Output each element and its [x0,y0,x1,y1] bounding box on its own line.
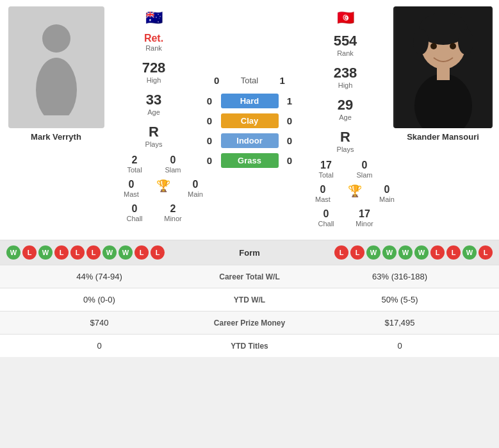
left-player-stats: 🇦🇺 Ret. Rank 728 High 33 Age R Plays 2 [112,6,195,233]
table-row: 0YTD Titles0 [0,334,499,357]
stats-right-value: 63% (316-188) [300,272,499,281]
form-badge-right: L [334,245,348,260]
svg-point-1 [36,58,77,115]
left-minor-cell: 2 Minor [157,203,189,222]
form-badge-right: W [366,245,380,260]
right-player-stats: 🇹🇳 554 Rank 238 High 29 Age R Plays 17 [304,6,387,233]
left-age-label: Age [146,108,161,116]
right-rank-block: 554 Rank [334,33,357,57]
right-plays-label: Plays [337,145,354,153]
stats-left-value: 0 [0,341,199,351]
right-total-label: Total [310,171,342,179]
stats-center-label: Career Prize Money [199,319,300,328]
hard-right: 1 [279,95,301,106]
form-badge-left: W [102,245,117,260]
form-badge-left: L [70,245,85,260]
right-mast-label: Mast [307,195,339,203]
form-badge-right: W [382,245,397,260]
clay-row: 0 Clay 0 [195,113,304,128]
form-badge-right: W [398,245,413,260]
left-chall-minor-row: 0 Chall 2 Minor [115,203,192,222]
right-age-value: 29 [338,97,353,113]
left-plays-label: Plays [145,140,163,148]
right-trophy-cell: 🏆 [339,184,371,203]
right-minor-value: 17 [348,208,380,220]
left-player-name: Mark Verryth [31,132,81,142]
indoor-badge: Indoor [221,133,279,148]
table-row: 0% (0-0)YTD W/L50% (5-5) [0,288,499,311]
right-slam-cell: 0 Slam [348,160,380,179]
left-high-label: High [142,76,166,84]
left-slam-label: Slam [157,166,189,174]
clay-right: 0 [279,115,301,126]
left-total-cell: 2 Total [119,154,151,174]
left-mast-cell: 0 Mast [115,179,147,198]
left-rank-label: Rank [144,44,163,52]
right-total-slam-row: 17 Total 0 Slam [307,160,384,179]
left-player-photo [8,6,104,128]
right-slam-label: Slam [348,171,380,179]
right-age-block: 29 Age [338,97,353,121]
grass-left: 0 [199,155,221,166]
left-trophy-icon: 🏆 [147,179,179,193]
right-mast-main-row: 0 Mast 🏆 0 Main [307,184,384,203]
form-badge-left: L [151,245,165,260]
form-section: WLWLLLWWLL Form LLWWWWLLWL [0,240,499,265]
stats-right-value: $17,495 [300,318,499,328]
indoor-row: 0 Indoor 0 [195,133,304,148]
total-row: 0 Total 1 [195,75,304,86]
stats-center-label: YTD Titles [199,342,300,351]
right-chall-value: 0 [310,208,342,220]
left-chall-value: 0 [119,203,151,215]
left-high-value: 728 [142,60,166,76]
svg-rect-8 [437,64,450,80]
total-right: 1 [271,75,293,86]
stats-center-label: Career Total W/L [199,272,300,281]
indoor-left: 0 [199,135,221,146]
stats-left-value: $740 [0,318,199,328]
right-minor-label: Minor [348,220,380,228]
right-plays-value: R [337,129,354,145]
hard-row: 0 Hard 1 [195,94,304,108]
form-badge-left: L [135,245,149,260]
left-age-value: 33 [146,92,161,108]
left-total-label: Total [119,166,151,174]
form-badge-right: W [462,245,477,260]
left-mast-label: Mast [115,190,147,198]
form-badge-left: W [6,245,20,260]
right-minor-cell: 17 Minor [348,208,380,228]
stats-table: 44% (74-94)Career Total W/L63% (316-188)… [0,265,499,357]
right-player-flag: 🇹🇳 [337,10,354,26]
left-minor-value: 2 [157,203,189,215]
left-slam-value: 0 [157,154,189,166]
right-player-silhouette [395,6,491,128]
right-chall-minor-row: 0 Chall 17 Minor [307,208,384,228]
total-left: 0 [206,75,228,86]
left-plays-value: R [145,124,163,140]
right-high-label: High [334,81,357,89]
grass-right: 0 [279,155,301,166]
left-total-value: 2 [119,154,151,166]
form-badge-left: W [38,245,53,260]
grass-badge: Grass [221,153,279,168]
stats-left-value: 0% (0-0) [0,295,199,304]
right-plays-block: R Plays [337,129,354,153]
right-rank-value: 554 [334,33,357,49]
svg-point-5 [413,29,429,54]
svg-point-9 [430,43,437,49]
left-plays-block: R Plays [145,124,163,148]
svg-point-6 [458,29,473,54]
left-high-block: 728 High [142,60,166,84]
form-badge-left: L [22,245,37,260]
form-badge-right: L [479,245,493,260]
indoor-right: 0 [279,135,301,146]
form-badges-left: WLWLLLWWLL [6,245,205,260]
right-mast-cell: 0 Mast [307,184,339,203]
left-mast-main-row: 0 Mast 🏆 0 Main [115,179,192,198]
right-chall-cell: 0 Chall [310,208,342,228]
clay-badge: Clay [221,113,279,128]
left-age-block: 33 Age [146,92,161,116]
right-total-cell: 17 Total [310,160,342,179]
form-badge-left: L [54,245,69,260]
left-rank-value: Ret. [144,33,163,44]
